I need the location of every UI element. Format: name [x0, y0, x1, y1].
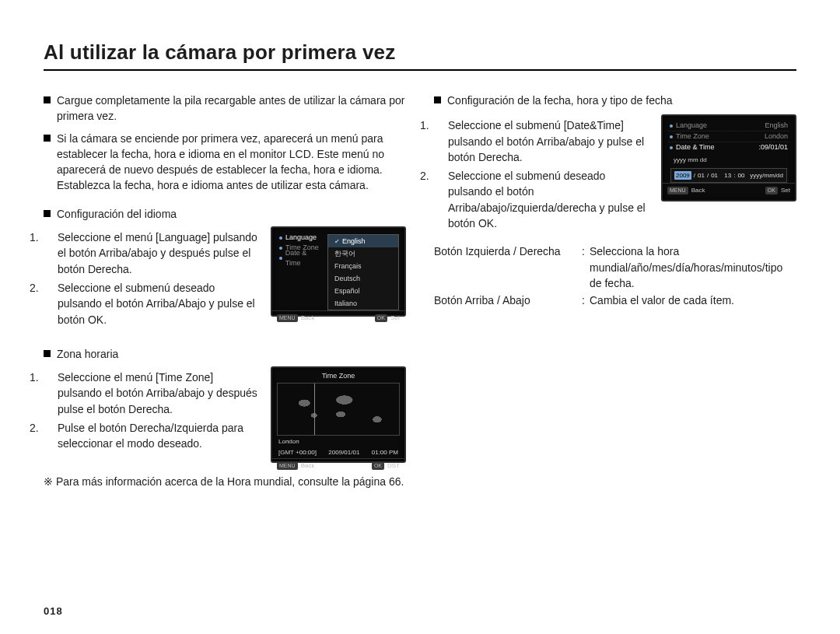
world-map-icon: [277, 383, 400, 436]
intro-text-1: Cargue completamente la pila recargable …: [57, 93, 406, 124]
menu-key-icon: MENU: [277, 314, 298, 322]
tz-step-1: Seleccione el menú [Time Zone] pulsando …: [58, 371, 257, 415]
lang-opt-korean: 한국어: [328, 247, 398, 260]
lcd-dt-val-datetime: :09/01/01: [758, 142, 788, 152]
tz-steps: 1.Seleccione el menú [Time Zone] pulsand…: [44, 370, 258, 451]
lcd-dt-row-language: Language: [676, 121, 707, 131]
intro-text-2: Si la cámara se enciende por primera vez…: [57, 131, 406, 194]
lang-opt-english: English: [328, 235, 398, 247]
lcd-dt-format: yyyy mm dd: [674, 156, 789, 165]
note-worldtime: ※ Para más información acerca de la Hora…: [44, 474, 406, 489]
lcd-dt-foot-back: Back: [691, 186, 705, 195]
lcd-tz-time: 01:00 PM: [372, 448, 398, 457]
lcd-datetime: LanguageEnglish Time ZoneLondon Date & T…: [661, 114, 796, 201]
lcd-dt-row-datetime: Date & Time: [676, 142, 715, 152]
lang-step-2: Seleccione el submenú deseado pulsando e…: [58, 282, 255, 326]
bullet-icon: [44, 350, 51, 357]
menu-key-icon: MENU: [667, 187, 688, 194]
kv-up-down: Botón Arriba / Abajo: Cambia el valor de…: [434, 292, 796, 308]
lang-opt-francais: Français: [328, 260, 398, 272]
date-steps: 1.Seleccione el submenú [Date&Time] puls…: [434, 117, 649, 231]
date-step-2: Seleccione el submenú deseado pulsando e…: [448, 170, 646, 229]
page-number: 018: [44, 605, 63, 617]
ok-key-icon: OK: [375, 314, 387, 322]
lcd-timezone: Time Zone London [GMT +00:00] 2009/01/01…: [271, 366, 406, 463]
lang-steps: 1.Seleccione el menú [Language] pulsando…: [44, 229, 258, 328]
lcd-language: Language Time Zone Date & Time English 한…: [271, 226, 406, 317]
lcd-foot-back: Back: [301, 313, 315, 323]
page-title: Al utilizar la cámara por primera vez: [44, 40, 796, 71]
menu-key-icon: MENU: [277, 462, 298, 470]
kv-left-right: Botón Izquierda / Derecha: Selecciona la…: [434, 243, 796, 291]
lcd-tz-gmt: [GMT +00:00]: [278, 448, 317, 457]
lcd-foot-set: Set: [390, 313, 400, 323]
date-step-1: Seleccione el submenú [Date&Time] pulsan…: [448, 119, 644, 163]
lang-opt-italiano: Italiano: [328, 297, 398, 310]
lcd-tz-date: 2009/01/01: [328, 448, 359, 457]
bullet-icon: [44, 210, 51, 217]
tz-step-2: Pulse el botón Derecha/Izquierda para se…: [58, 422, 243, 450]
ok-key-icon: OK: [765, 187, 778, 194]
lcd-dt-val-language: English: [765, 121, 788, 131]
tz-heading: Zona horaria: [57, 346, 118, 362]
lcd-dt-val-timezone: London: [765, 131, 788, 142]
lcd-row-language: Language: [285, 233, 317, 243]
left-column: Cargue completamente la pila recargable …: [44, 88, 406, 489]
lcd-dt-editrow: 2009 / 01 / 01 13:00 yyyy/mm/dd: [670, 168, 787, 184]
lcd-dt-foot-set: Set: [781, 186, 790, 195]
date-heading: Configuración de la fecha, hora y tipo d…: [447, 93, 673, 108]
lcd-tz-foot-dst: DST: [387, 461, 400, 471]
right-column: Configuración de la fecha, hora y tipo d…: [434, 88, 796, 489]
bullet-icon: [434, 96, 441, 103]
lang-opt-espanol: Español: [328, 285, 398, 297]
lang-opt-deutsch: Deutsch: [328, 272, 398, 285]
lang-step-1: Seleccione el menú [Language] pulsando e…: [58, 231, 257, 275]
bullet-icon: [44, 96, 51, 103]
lcd-tz-city: London: [278, 437, 299, 447]
lcd-tz-foot-back: Back: [301, 461, 315, 471]
ok-key-icon: OK: [372, 462, 384, 470]
lang-heading: Configuración del idioma: [57, 206, 177, 222]
bullet-icon: [44, 135, 51, 142]
lcd-dt-row-timezone: Time Zone: [676, 131, 709, 142]
lcd-tz-title: Time Zone: [272, 368, 404, 381]
lcd-row-datetime: Date & Time: [285, 248, 321, 268]
